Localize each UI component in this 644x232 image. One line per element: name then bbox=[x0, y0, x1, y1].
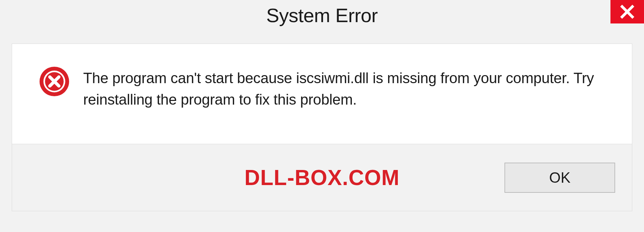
dialog-title: System Error bbox=[266, 4, 378, 26]
titlebar: System Error bbox=[0, 0, 644, 34]
error-message: The program can't start because iscsiwmi… bbox=[83, 67, 612, 110]
close-button[interactable] bbox=[610, 0, 644, 23]
error-icon bbox=[39, 66, 70, 98]
ok-button[interactable]: OK bbox=[504, 163, 615, 193]
content-panel: The program can't start because iscsiwmi… bbox=[12, 44, 632, 144]
dialog-footer: DLL-BOX.COM OK bbox=[12, 144, 632, 211]
watermark-text: DLL-BOX.COM bbox=[245, 165, 400, 190]
close-icon bbox=[620, 4, 635, 19]
system-error-dialog: System Error The program can't start bec… bbox=[0, 0, 644, 232]
